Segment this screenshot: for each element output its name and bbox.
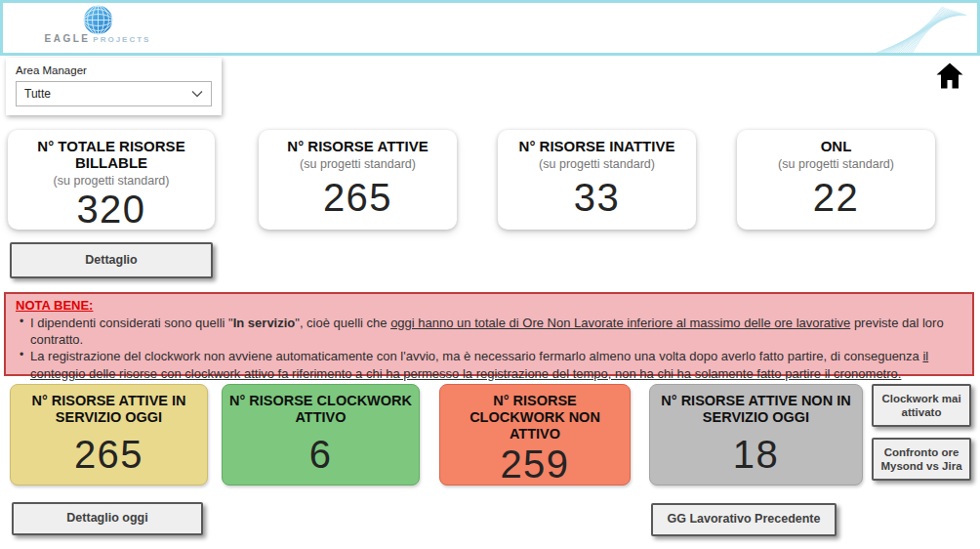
kpi-subtitle: (su progetti standard): [300, 157, 416, 171]
kpi-value: 320: [76, 188, 145, 232]
kpi-value: 33: [574, 171, 621, 226]
nota-bene-bullet-1: I dipendenti considerati sono quelli "In…: [20, 315, 962, 348]
kpi-subtitle: (su progetti standard): [778, 157, 894, 171]
status-card-attive-in-servizio: N° RISORSE ATTIVE IN SERVIZIO OGGI 265: [10, 384, 208, 486]
status-value: 6: [309, 426, 333, 483]
kpi-title: N° RISORSE INATTIVE: [519, 139, 675, 155]
kpi-card-risorse-inattive: N° RISORSE INATTIVE (su progetti standar…: [498, 130, 696, 230]
logo-text-eagle: EAGLE: [45, 33, 91, 44]
wave-graphic: [829, 4, 975, 53]
nota-bene-bullet-2: La registrazione del clockwork non avvie…: [20, 348, 962, 381]
chevron-down-icon: [191, 90, 203, 98]
status-value: 265: [74, 426, 143, 483]
area-manager-value: Tutte: [24, 87, 51, 101]
globe-icon: [82, 4, 114, 36]
dettaglio-oggi-button[interactable]: Dettaglio oggi: [12, 502, 203, 535]
home-button[interactable]: [933, 61, 966, 92]
kpi-title: N° RISORSE ATTIVE: [287, 139, 428, 155]
gg-lavorativo-precedente-button[interactable]: GG Lavorativo Precedente: [651, 503, 837, 536]
status-value: 259: [500, 443, 569, 486]
home-icon: [933, 61, 966, 92]
status-value: 18: [733, 426, 780, 483]
nota-bene-box: NOTA BENE: I dipendenti considerati sono…: [4, 292, 974, 376]
area-manager-slicer: Area Manager Tutte: [6, 58, 222, 115]
eagle-projects-logo: EAGLE PROJECTS: [34, 4, 161, 53]
status-card-clockwork-non-attivo: N° RISORSE CLOCKWORK NON ATTIVO 259: [439, 384, 631, 486]
logo-text-projects: PROJECTS: [93, 35, 150, 44]
status-title: N° RISORSE ATTIVE IN SERVIZIO OGGI: [17, 393, 201, 426]
nota-bene-heading: NOTA BENE:: [16, 298, 93, 313]
confronto-ore-mysond-vs-jira-button[interactable]: Confronto ore Mysond vs Jira: [872, 438, 971, 481]
kpi-card-risorse-attive: N° RISORSE ATTIVE (su progetti standard)…: [259, 130, 457, 230]
kpi-card-onl: ONL (su progetti standard) 22: [737, 130, 935, 230]
kpi-card-totale-risorse-billable: N° TOTALE RISORSE BILLABLE (su progetti …: [8, 130, 215, 230]
kpi-title: N° TOTALE RISORSE BILLABLE: [14, 139, 209, 172]
slicer-label: Area Manager: [6, 58, 222, 79]
status-title: N° RISORSE CLOCKWORK ATTIVO: [228, 393, 413, 426]
clockwork-mai-attivato-button[interactable]: Clockwork mai attivato: [872, 384, 971, 427]
nota-bene-list: I dipendenti considerati sono quelli "In…: [20, 315, 962, 382]
kpi-subtitle: (su progetti standard): [54, 174, 170, 188]
kpi-value: 265: [323, 171, 392, 226]
status-title: N° RISORSE ATTIVE NON IN SERVIZIO OGGI: [656, 393, 856, 426]
dettaglio-button[interactable]: Dettaglio: [10, 242, 213, 278]
header-bar: EAGLE PROJECTS: [0, 0, 980, 56]
logo-wordmark: EAGLE PROJECTS: [34, 34, 161, 45]
status-title: N° RISORSE CLOCKWORK NON ATTIVO: [446, 393, 624, 443]
kpi-title: ONL: [821, 139, 852, 155]
kpi-subtitle: (su progetti standard): [539, 157, 655, 171]
dashboard: EAGLE PROJECTS Area Manager Tutte N° TOT…: [0, 0, 980, 549]
status-card-attive-non-in-servizio: N° RISORSE ATTIVE NON IN SERVIZIO OGGI 1…: [649, 384, 863, 486]
kpi-value: 22: [813, 171, 860, 226]
area-manager-dropdown[interactable]: Tutte: [16, 81, 212, 106]
status-card-clockwork-attivo: N° RISORSE CLOCKWORK ATTIVO 6: [222, 384, 420, 486]
